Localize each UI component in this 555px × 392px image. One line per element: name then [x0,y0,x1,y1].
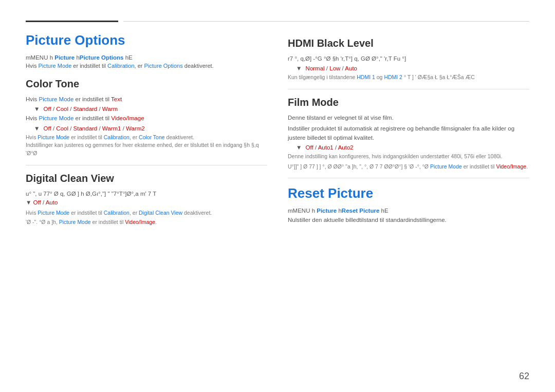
film-mode-desc1: Denne tilstand er velegnet til at vise f… [288,114,529,122]
top-line-dark [26,21,118,22]
hdmi-black-desc: r7 °, q,Ø] -°G °Ø §h 'r,T°] q, GØ Ø°," '… [288,54,529,63]
divider-1 [26,165,267,165]
reset-picture-title: Reset Picture [288,185,529,201]
film-mode-title: Film Mode [288,97,529,108]
film-mode-encoded: U°]]" ] Ø 77 ] ] °, Ø ØØ° ''a ]h, ", °, … [288,163,529,171]
digital-clean-title: Digital Clean View [26,173,267,184]
digital-clean-video-note: 'Ø -". °Ø a ]h, Picture Mode er indstill… [26,218,267,227]
film-mode-options: ▼ Off / Auto1 / Auto2 [296,144,529,151]
menu-path-picture-options: mMENU h Picture hPicture Options hE [26,54,267,61]
color-tone-device-note: Indstillinger kan justeres og gemmes for… [26,141,267,158]
left-column: Picture Options mMENU h Picture hPicture… [26,32,267,377]
page-title: Picture Options [26,32,267,48]
right-column: HDMI Black Level r7 °, q,Ø] -°G °Ø §h 'r… [288,32,529,377]
page-container: Picture Options mMENU h Picture hPicture… [0,0,555,392]
picture-options-warning: Hvis Picture Mode er indstillet til Cali… [26,63,267,69]
menu-path-icon: m [26,54,31,61]
hdmi-black-note: Kun tilgængelig i tilstandene HDMI 1 og … [288,73,529,82]
digital-clean-calibration-note: Hvis Picture Mode er indstillet til Cali… [26,209,267,217]
reset-picture-desc: Nulstiller den aktuelle billedtilstand t… [288,216,529,225]
film-mode-desc2: Indstiller produktet til automatisk at r… [288,124,529,142]
color-tone-video-options: ▼ Off / Cool / Standard / Warm1 / Warm2 [34,125,267,132]
divider-2 [288,89,529,89]
hdmi-black-options: ▼ Normal / Low / Auto [296,65,529,71]
color-tone-title: Color Tone [26,78,267,90]
top-line-light [123,21,529,22]
content-columns: Picture Options mMENU h Picture hPicture… [26,32,529,377]
digital-clean-desc: u° ", u 77° Ø q, GØ ] h Ø,Gı°,"] " "7°T°… [26,190,267,208]
film-mode-config-note: Denne indstilling kan konfigureres, hvis… [288,153,529,161]
color-tone-text-options: ▼ Off / Cool / Standard / Warm [34,106,267,112]
hdmi-black-title: HDMI Black Level [288,38,529,49]
color-tone-text-mode: Hvis Picture Mode er indstillet til Text [26,95,267,104]
color-tone-video-mode: Hvis Picture Mode er indstillet til Vide… [26,114,267,123]
color-tone-calibration-note: Hvis Picture Mode er indstillet til Cali… [26,134,267,142]
top-decoration [26,21,529,22]
divider-3 [288,178,529,178]
page-number: 62 [519,371,529,382]
menu-path-reset: mMENU h Picture hReset Picture hE [288,208,529,214]
